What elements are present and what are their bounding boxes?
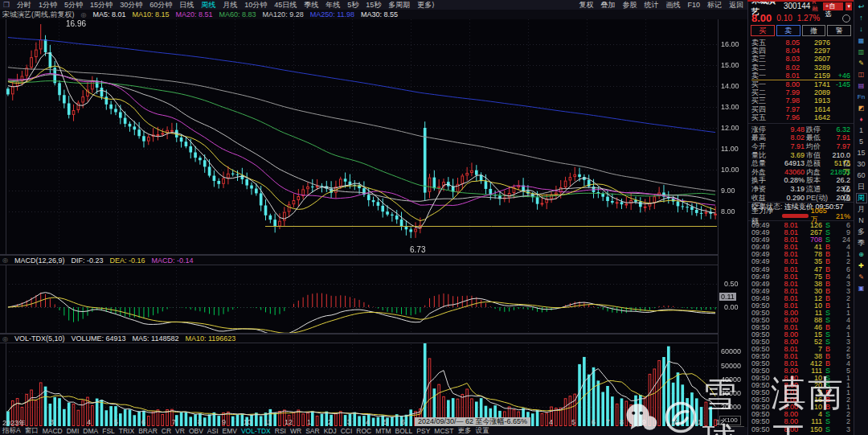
edge-period-月[interactable]: 月 [856,204,867,215]
edge-tool-icon[interactable]: ▣ [856,283,867,293]
bid-row[interactable]: 买二7.992089 [751,88,850,96]
period-tab-60分钟[interactable]: 60分钟 [149,1,172,9]
period-tab-季线[interactable]: 季线 [304,1,318,9]
indicator-tab-CR[interactable]: CR [162,427,171,435]
macd-toggle-icon[interactable]: ◎ [2,256,8,264]
indicator-tab-MACD[interactable]: MACD [43,427,63,435]
indicator-tab-指标A[interactable]: 指标A [2,427,21,435]
period-tab-分时[interactable]: 分时 [17,1,31,9]
indicator-tab-设置[interactable]: 设置 [475,427,489,435]
edge-period-60[interactable]: 60 [856,170,867,181]
edge-tool-icon[interactable]: ♦ [856,114,867,125]
edge-tool-icon[interactable]: ◩ [856,103,867,113]
indicator-tab-FSL[interactable]: FSL [102,427,115,435]
indicator-tab-更多[interactable]: 更多 [457,427,471,435]
toolbar-item-叠加[interactable]: 叠加 [600,1,615,9]
period-tab-5秒[interactable]: 5秒 [347,1,358,9]
edge-period-多[interactable]: 多 [856,227,867,237]
indicator-tab-SAR[interactable]: SAR [305,427,319,435]
indicator-tab-MCST[interactable]: MCST [434,427,453,435]
toolbar-item-F10[interactable]: F10 [687,1,700,9]
ask-row[interactable]: 卖四8.042297 [751,47,850,55]
bid-row[interactable]: 买三7.981913 [751,96,850,105]
period-tab-15秒[interactable]: 15秒 [366,1,381,9]
toolbar-item-标记[interactable]: 标记 [707,1,722,9]
edge-period-15[interactable]: 15 [856,148,867,158]
period-tab-多周期[interactable]: 多周期 [388,1,410,9]
add-watchlist-button[interactable]: +自选 [823,2,844,10]
edge-period-日[interactable]: 日 [856,182,867,192]
watchlist-caret-icon[interactable]: ▾ [845,2,852,10]
indicator-tab-CCI[interactable]: CCI [341,427,353,435]
ask-row[interactable]: 卖一8.012159+46 [751,72,850,80]
indicator-tab-WR[interactable]: WR [290,427,301,435]
edge-nav-icon[interactable]: ↑ [856,13,867,23]
edge-period-周[interactable]: 周 [856,193,867,203]
edge-period-30[interactable]: 30 [856,159,867,170]
period-tab-15分钟[interactable]: 15分钟 [90,1,113,9]
indicator-dot-icon[interactable]: ◎ [81,11,87,18]
order-button-撤[interactable]: 撤 [802,25,826,36]
indicator-tab-MTM[interactable]: MTM [375,427,391,435]
edge-tool-icon[interactable]: ✚ [856,261,867,271]
toolbar-item-统计[interactable]: 统计 [644,1,658,9]
order-button-买[interactable]: 买 [751,25,775,36]
main-chart[interactable] [0,19,752,435]
ask-row[interactable]: 卖三8.032607 [751,55,850,63]
period-tab-更多⟩[interactable]: 更多⟩ [417,1,435,9]
edge-tool-icon[interactable]: ✎ [856,272,867,282]
indicator-tab-VR[interactable]: VR [175,427,185,435]
ask-row[interactable]: 卖二8.023289 [751,64,850,72]
indicator-tab-DMA[interactable]: DMA [83,427,98,435]
bid-level-label: 买一 [751,80,772,88]
period-tab-月线[interactable]: 月线 [223,1,237,9]
edge-tool-icon[interactable]: ✎ [856,58,867,68]
vol-toggle-icon[interactable]: ◎ [2,335,8,343]
period-tab-10分钟[interactable]: 10分钟 [244,1,267,9]
period-tab-周线[interactable]: 周线 [201,1,215,9]
period-tab-45日线[interactable]: 45日线 [274,1,297,9]
bid-row[interactable]: 买五7.961642 [751,113,850,121]
toolbar-item-返回[interactable]: 返回 [729,1,743,9]
edge-period-季[interactable]: 季 [856,238,867,248]
edge-period-1[interactable]: 1 [856,125,867,136]
indicator-tab-KDJ[interactable]: KDJ [324,427,337,435]
order-button-警[interactable]: 警 [827,25,851,36]
indicator-tab-BOLL[interactable]: BOLL [395,427,413,435]
indicator-tab-DMI[interactable]: DMI [67,427,80,435]
indicator-tab-ASI[interactable]: ASI [207,427,219,435]
edge-tool-icon[interactable]: ▤ [856,80,867,91]
edge-period-N[interactable]: N [856,215,867,226]
indicator-tab-VOL-TDX[interactable]: VOL-TDX [241,427,271,435]
edge-nav-icon[interactable]: ↩ [856,2,867,12]
edge-tool-icon[interactable]: ▦ [856,35,867,46]
alert-icon[interactable] [842,14,850,23]
period-tab-5分钟[interactable]: 5分钟 [64,1,83,9]
toolbar-item-参股[interactable]: 参股 [622,1,637,9]
edge-tool-icon[interactable]: ▥ [856,47,867,57]
period-tab-30分钟[interactable]: 30分钟 [120,1,142,9]
indicator-tab-ROC[interactable]: ROC [356,427,371,435]
period-tab-年线[interactable]: 年线 [326,1,340,9]
indicator-tab-窗口[interactable]: 窗口 [25,427,39,435]
ask-row[interactable]: 卖五8.052976 [751,39,850,47]
indicator-tab-TRIX[interactable]: TRIX [119,427,134,435]
edge-period-5[interactable]: 5 [856,137,867,147]
toolbar-item-复权[interactable]: 复权 [579,1,593,9]
indicator-tab-PSY[interactable]: PSY [416,427,430,435]
edge-tool-icon[interactable]: Fn [856,92,867,102]
toolbar-item-画线[interactable]: 画线 [665,1,680,9]
bid-row[interactable]: 买一8.001741-145 [751,80,850,88]
indicator-tab-OBV[interactable]: OBV [189,427,203,435]
window-icon[interactable]: ❐ [3,1,10,9]
bid-row[interactable]: 买四7.971614 [751,105,850,113]
indicator-tab-RSI[interactable]: RSI [275,427,286,435]
edge-tool-icon[interactable]: ◫ [856,69,867,80]
indicator-tab-EMV[interactable]: EMV [223,427,237,435]
edge-nav-icon[interactable]: ↓ [856,24,867,35]
edge-tool-icon[interactable]: ⊕ [856,249,867,260]
period-tab-日线[interactable]: 日线 [179,1,194,9]
order-button-卖[interactable]: 卖 [776,25,800,36]
indicator-tab-BRAR[interactable]: BRAR [138,427,158,435]
period-tab-1分钟[interactable]: 1分钟 [39,1,57,9]
